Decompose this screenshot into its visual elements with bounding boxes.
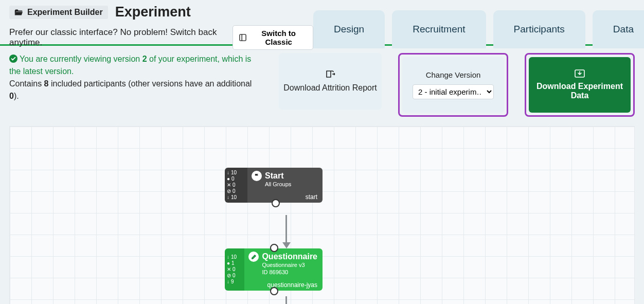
circle-icon: ●	[227, 176, 230, 182]
switch-prompt: Prefer our classic interface? No problem…	[9, 27, 227, 48]
node-start-stats: ↓10 ●0 ✕0 ⊘0 ↓10	[225, 168, 247, 203]
download-data-label: Download Experiment Data	[529, 82, 631, 100]
download-experiment-data-button[interactable]: Download Experiment Data	[529, 57, 631, 113]
arrow-head-icon	[282, 242, 291, 248]
x-icon: ✕	[227, 266, 231, 272]
node-port[interactable]	[270, 244, 278, 252]
panel-icon	[239, 34, 246, 41]
svg-rect-0	[240, 34, 246, 41]
node-start-title: Start	[265, 171, 283, 181]
node-questionnaire[interactable]: ↓10 ●1 ✕0 ⊘0 ↓9 Questionnaire Questionna…	[225, 248, 323, 291]
node-start-slug: start	[252, 193, 317, 201]
check-circle-icon	[9, 55, 17, 63]
breadcrumb-label: Experiment Builder	[27, 8, 103, 17]
switch-to-classic-button[interactable]: Switch to Classic	[232, 25, 313, 50]
folder-open-icon	[14, 9, 23, 16]
ban-icon: ⊘	[227, 188, 231, 194]
arrow-down-icon: ↓	[227, 194, 229, 200]
download-attrition-label: Download Attrition Report	[283, 83, 377, 93]
x-icon: ✕	[227, 182, 231, 188]
node-port[interactable]	[270, 287, 278, 295]
node-questionnaire-sub2: ID 869630	[262, 269, 317, 276]
info-row: You are currently viewing version 2 of y…	[0, 46, 644, 126]
page-title: Experiment	[115, 4, 191, 20]
header: Experiment Builder Experiment Prefer our…	[0, 0, 644, 44]
change-version-label: Change Version	[426, 70, 481, 79]
change-version-card: Change Version 2 - initial experim…	[398, 53, 508, 117]
tabs: Design Recruitment Participants Data	[313, 4, 644, 48]
switch-button-label: Switch to Classic	[251, 29, 307, 46]
flow-canvas[interactable]: ↓10 ●0 ✕0 ⊘0 ↓10 Start All Groups start …	[9, 126, 635, 304]
node-questionnaire-stats: ↓10 ●1 ✕0 ⊘0 ↓9	[225, 248, 244, 291]
download-attrition-button[interactable]: Download Attrition Report	[279, 53, 382, 110]
node-questionnaire-title: Questionnaire	[262, 252, 317, 261]
export-icon	[325, 70, 335, 79]
circle-icon: ●	[227, 260, 230, 266]
node-start-subtitle: All Groups	[265, 181, 317, 188]
ban-icon: ⊘	[227, 273, 231, 278]
version-select[interactable]: 2 - initial experim…	[413, 84, 494, 99]
arrow-down-icon: ↓	[227, 170, 229, 175]
node-questionnaire-sub1: Questionnaire v3	[262, 262, 317, 269]
version-message: You are currently viewing version 2 of y…	[9, 53, 262, 117]
tab-data[interactable]: Data	[593, 10, 644, 48]
node-questionnaire-slug: questionnaire-jyas	[248, 281, 317, 289]
download-icon	[575, 69, 585, 78]
edit-icon	[248, 252, 259, 262]
download-data-card: Download Experiment Data	[525, 53, 635, 117]
breadcrumb[interactable]: Experiment Builder	[9, 6, 108, 19]
tab-recruitment[interactable]: Recruitment	[392, 10, 486, 48]
node-start[interactable]: ↓10 ●0 ✕0 ⊘0 ↓10 Start All Groups start	[225, 168, 323, 203]
edge	[285, 215, 287, 243]
arrow-down-icon: ↓	[227, 279, 229, 284]
tab-participants[interactable]: Participants	[493, 10, 585, 48]
edge	[285, 296, 287, 304]
flag-icon	[252, 171, 262, 181]
node-port[interactable]	[272, 199, 280, 207]
tab-design[interactable]: Design	[313, 10, 385, 48]
arrow-down-icon: ↓	[227, 254, 229, 260]
